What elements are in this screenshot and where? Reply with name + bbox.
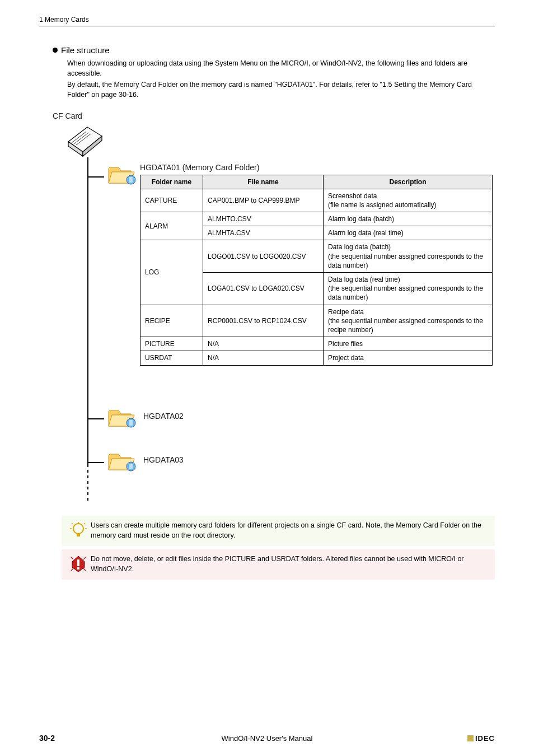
svg-point-12 [73,524,83,534]
page-footer: 30-2 WindO/I-NV2 User's Manual IDEC [39,734,495,743]
idec-logo: IDEC [467,734,495,743]
folder-label-3: HGDATA03 [143,455,184,464]
tree-trunk-line [87,157,88,502]
folder-label-2: HGDATA02 [143,412,184,421]
table-row: ALARMALMHTO.CSVAlarm log data (batch) [140,212,493,226]
footer-manual-title: WindO/I-NV2 User's Manual [39,734,495,743]
cell-file-name: N/A [203,337,324,351]
cell-description: Data log data (real time)(the sequential… [324,273,493,305]
intro-text: When downloading or uploading data using… [53,58,495,100]
cell-description: Recipe data(the sequential number assign… [324,305,493,337]
tip-note: Users can create multiple memory card fo… [62,516,495,546]
svg-line-24 [71,568,73,571]
cell-description: Project data [324,351,493,365]
intro-paragraph-1: When downloading or uploading data using… [67,58,495,78]
cell-file-name: ALMHTO.CSV [203,212,324,226]
table-row: CAPTURECAP001.BMP to CAP999.BMPScreensho… [140,189,493,212]
table-header-desc: Description [324,175,493,189]
folder-label-1: HGDATA01 (Memory Card Folder) [140,163,259,172]
cell-file-name: CAP001.BMP to CAP999.BMP [203,189,324,212]
document-page: 1 Memory Cards File structure When downl… [0,0,534,756]
cell-file-name: LOGO01.CSV to LOGO020.CSV [203,240,324,273]
section-heading: File structure [61,45,110,55]
table-row: RECIPERCP0001.CSV to RCP1024.CSVRecipe d… [140,305,493,337]
page-header: 1 Memory Cards [39,16,495,26]
svg-rect-21 [77,567,79,570]
lightbulb-icon [66,520,91,540]
warning-icon [66,554,91,574]
cell-description: Data log data (batch)(the sequential num… [324,240,493,273]
cf-card-label: CF Card [53,111,495,120]
table-row: PICTUREN/APicture files [140,337,493,351]
cell-folder-name: RECIPE [140,305,203,337]
svg-line-25 [83,568,86,571]
cell-folder-name: PICTURE [140,337,203,351]
header-title: 1 Memory Cards [39,16,89,24]
svg-rect-9 [129,420,133,426]
warning-text: Do not move, delete, or edit files insid… [91,554,490,574]
svg-line-17 [72,523,73,524]
table-header-row: Folder name File name Description [140,175,493,189]
tree-branch-2 [87,418,104,419]
cell-description: Alarm log data (batch) [324,212,493,226]
cell-description: Picture files [324,337,493,351]
table-row: LOGLOGO01.CSV to LOGO020.CSVData log dat… [140,240,493,273]
folder-icon-2 [106,404,137,430]
tree-branch-1 [87,176,104,178]
svg-rect-11 [129,464,133,469]
cell-folder-name: LOG [140,240,203,305]
cell-file-name: ALMHTA.CSV [203,226,324,240]
section-heading-row: File structure [53,45,495,55]
idec-logo-square [467,735,474,741]
cell-description: Alarm log data (real time) [324,226,493,240]
folder-icon-1 [106,161,137,186]
svg-rect-7 [129,177,133,183]
svg-rect-13 [77,533,80,536]
cf-card-icon [65,125,105,160]
bullet-icon [53,48,58,53]
tree-dashed-line [87,464,88,502]
footer-brand: IDEC [467,734,495,743]
warning-note: Do not move, delete, or edit files insid… [62,549,495,580]
svg-rect-20 [77,559,79,566]
cell-folder-name: ALARM [140,212,203,240]
table-header-folder: Folder name [140,175,203,189]
cell-file-name: RCP0001.CSV to RCP1024.CSV [203,305,324,337]
svg-line-22 [71,557,73,559]
table-body: CAPTURECAP001.BMP to CAP999.BMPScreensho… [140,189,493,365]
svg-line-23 [83,557,86,559]
tip-text: Users can create multiple memory card fo… [91,520,490,540]
cell-description: Screenshot data(file name is assigned au… [324,189,493,212]
file-structure-table: Folder name File name Description CAPTUR… [140,175,493,366]
folder-icon-3 [106,447,137,473]
content-block: File structure When downloading or uploa… [53,45,495,580]
tree-branch-3 [87,462,104,463]
idec-logo-text: IDEC [475,734,495,743]
intro-paragraph-2: By default, the Memory Card Folder on th… [67,80,495,100]
folder-diagram: HGDATA01 (Memory Card Folder) HGDATA02 H… [53,122,495,514]
cell-folder-name: CAPTURE [140,189,203,212]
svg-line-18 [84,523,85,524]
cell-folder-name: USRDAT [140,351,203,365]
table-row: USRDATN/AProject data [140,351,493,365]
table-header-file: File name [203,175,324,189]
cell-file-name: LOGA01.CSV to LOGA020.CSV [203,273,324,305]
cell-file-name: N/A [203,351,324,365]
